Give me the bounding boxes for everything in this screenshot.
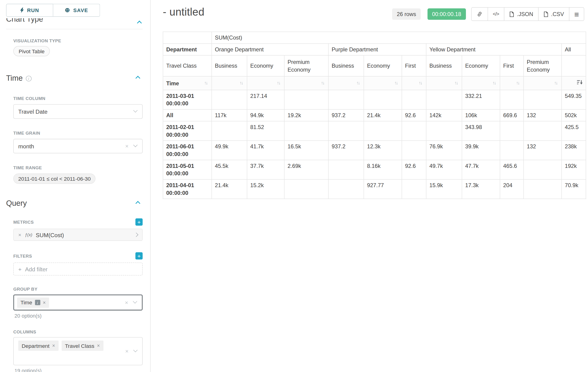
chart-title[interactable]: - untitled: [163, 6, 204, 18]
sort-icon[interactable]: ↑↓: [240, 80, 244, 86]
time-column-select[interactable]: Travel Date: [13, 104, 142, 118]
pivot-value-cell: 927.77: [364, 180, 402, 199]
pivot-value-cell: [402, 180, 426, 199]
pivot-value-cell: 343.98: [462, 121, 500, 140]
sort-icon[interactable]: ↑↓: [493, 80, 497, 86]
clear-icon[interactable]: ×: [125, 143, 128, 149]
sort-descending-icon[interactable]: [577, 80, 583, 86]
time-grain-select[interactable]: month ×: [13, 139, 142, 153]
remove-metric-icon[interactable]: ×: [18, 232, 21, 238]
pivot-sort-cell: ↑↓: [524, 76, 562, 90]
pivot-value-cell: 132: [524, 141, 562, 160]
sort-icon[interactable]: ↑↓: [516, 80, 520, 86]
pivot-value-cell: 238k: [561, 141, 586, 160]
add-filter-button[interactable]: + Add filter: [13, 263, 142, 276]
pivot-sort-cell: ↑↓: [247, 76, 284, 90]
divider: [6, 29, 143, 29]
share-link-button[interactable]: [471, 7, 488, 21]
chevron-up-icon[interactable]: [136, 76, 140, 81]
chart-header-actions: 26 rows 00:00:00.18 </>: [392, 6, 584, 21]
metric-item[interactable]: × ƒ(x) SUM(Cost): [13, 229, 142, 241]
pivot-group-row: DepartmentOrange DepartmentPurple Depart…: [163, 43, 586, 55]
save-button[interactable]: ⊕ SAVE: [53, 4, 100, 17]
pivot-value-cell: 17.3k: [462, 180, 500, 199]
pivot-sort-cell: [561, 76, 586, 90]
export-json-button[interactable]: .JSON: [504, 7, 538, 21]
json-button-label: .JSON: [517, 11, 533, 17]
sort-icon[interactable]: ↑↓: [204, 80, 209, 86]
sort-icon[interactable]: ↑↓: [394, 80, 399, 86]
pivot-value-cell: 549.35: [561, 90, 586, 109]
pivot-col-axis2-label: Travel Class: [163, 55, 211, 76]
pivot-value-cell: 937.2: [328, 109, 364, 121]
pivot-value-cell: [212, 121, 247, 140]
chevron-down-icon[interactable]: [133, 348, 137, 352]
pivot-data-row: 2011-02-01 00:00:0081.52343.98425.5: [163, 121, 586, 140]
pivot-value-cell: 669.6: [500, 109, 523, 121]
sort-icon[interactable]: ↑↓: [554, 80, 558, 86]
remove-tag-icon[interactable]: ×: [43, 300, 46, 306]
pivot-row-axis-cell: Time↑↓: [163, 76, 211, 90]
more-options-button[interactable]: ≡: [569, 7, 584, 21]
sort-icon[interactable]: ↑↓: [321, 80, 325, 86]
pivot-value-cell: [426, 121, 462, 140]
pivot-table: SUM(Cost)DepartmentOrange DepartmentPurp…: [163, 32, 586, 199]
chevron-right-icon[interactable]: [134, 233, 138, 237]
row-count-badge: 26 rows: [392, 8, 421, 20]
clear-icon[interactable]: ×: [125, 299, 128, 305]
columns-select[interactable]: Department × Travel Class × ×: [13, 337, 142, 365]
sort-icon[interactable]: ↑↓: [419, 80, 423, 86]
sort-icon[interactable]: ↑↓: [277, 80, 281, 86]
pivot-value-cell: 92.6: [402, 160, 426, 179]
pivot-value-cell: [524, 180, 562, 199]
pivot-sort-cell: ↑↓: [462, 76, 500, 90]
export-csv-button[interactable]: .CSV: [538, 7, 569, 21]
query-section-header[interactable]: Query: [6, 199, 143, 208]
info-icon: i: [26, 76, 32, 82]
pivot-value-cell: 19.2k: [284, 109, 328, 121]
remove-tag-icon[interactable]: ×: [97, 343, 100, 349]
add-filter-plus-button[interactable]: +: [136, 252, 143, 259]
file-icon: [543, 11, 548, 17]
clear-icon[interactable]: ×: [125, 348, 128, 354]
pivot-value-cell: 192k: [561, 160, 586, 179]
pivot-group-header: All: [561, 43, 586, 55]
pivot-column-header: Business: [328, 55, 364, 76]
pivot-value-cell: [328, 121, 364, 140]
query-section-title: Query: [6, 199, 27, 208]
time-section-header[interactable]: Time i: [6, 74, 143, 83]
chevron-down-icon[interactable]: [133, 299, 137, 304]
pivot-sort-cell: ↑↓: [328, 76, 364, 90]
columns-label: COLUMNS: [13, 329, 142, 334]
lightning-icon: [20, 8, 24, 13]
run-button[interactable]: RUN: [6, 4, 53, 17]
remove-tag-icon[interactable]: ×: [52, 343, 55, 349]
pivot-value-cell: 94.9k: [247, 109, 284, 121]
tag-label: Time: [21, 299, 32, 306]
info-icon[interactable]: i: [35, 300, 40, 305]
pivot-value-cell: [402, 90, 426, 109]
pivot-value-cell: 21.4k: [212, 180, 247, 199]
sort-icon[interactable]: ↑↓: [356, 80, 360, 86]
pivot-value-cell: 332.21: [462, 90, 500, 109]
pivot-data-row: 2011-05-01 00:00:0045.5k37.7k2.69k8.16k9…: [163, 160, 586, 179]
time-range-pill[interactable]: 2011-01-01 ≤ col < 2011-06-30: [13, 173, 95, 184]
chevron-up-icon[interactable]: [136, 201, 140, 206]
pivot-value-cell: 117k: [212, 109, 247, 121]
view-query-button[interactable]: </>: [487, 7, 504, 21]
chart-type-section-header[interactable]: Chart Type: [6, 18, 143, 26]
chart-type-heading: Chart Type: [6, 18, 143, 24]
viz-type-pill[interactable]: Pivot Table: [13, 46, 50, 56]
pivot-column-header: Business: [212, 55, 247, 76]
sort-icon[interactable]: ↑↓: [455, 80, 459, 86]
time-column-label: TIME COLUMN: [13, 96, 142, 101]
time-range-label: TIME RANGE: [13, 166, 142, 170]
group-by-select[interactable]: Time i × ×: [13, 295, 142, 311]
plus-circle-icon: ⊕: [65, 7, 70, 13]
pivot-row-label: All: [163, 109, 211, 121]
time-section-title: Time: [6, 74, 23, 83]
add-metric-button[interactable]: +: [136, 218, 143, 225]
pivot-value-cell: 92.6: [402, 109, 426, 121]
pivot-group-header: Purple Department: [328, 43, 426, 55]
pivot-column-header: Premium Economy: [524, 55, 562, 76]
